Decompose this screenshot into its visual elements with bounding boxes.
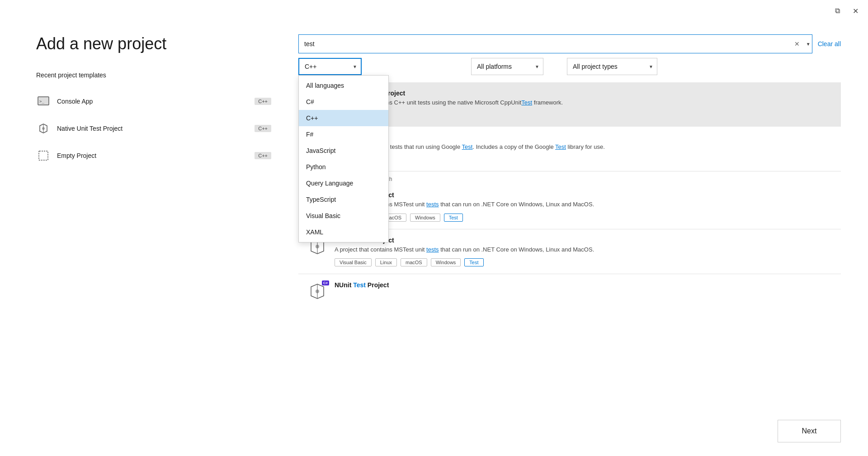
search-input[interactable]	[298, 34, 812, 53]
tag: Linux	[375, 258, 397, 266]
project-type-filter-arrow: ▼	[649, 64, 653, 69]
result-tags-2: Test	[335, 156, 832, 164]
lang-option-js[interactable]: JavaScript	[299, 142, 388, 159]
dialog: ⧉ ✕ Add a new project Recent project tem…	[0, 0, 868, 456]
lang-option-cpp[interactable]: C++	[299, 110, 388, 126]
lang-option-xaml[interactable]: XAML	[299, 224, 388, 240]
template-name: Native Unit Test Project	[57, 125, 123, 132]
close-button[interactable]: ✕	[850, 5, 861, 16]
result-desc-2: A project for creating tests that run us…	[335, 143, 832, 151]
tag: Visual Basic	[335, 258, 372, 266]
search-container: ✕ ▼	[298, 34, 812, 53]
svg-text:>_: >_	[39, 99, 44, 104]
main-content: Add a new project Recent project templat…	[0, 16, 868, 456]
svg-point-4	[42, 127, 45, 130]
template-lang-badge: C++	[255, 125, 271, 132]
recent-label: Recent project templates	[36, 71, 271, 79]
next-button[interactable]: Next	[778, 420, 841, 442]
title-bar: ⧉ ✕	[0, 0, 868, 16]
language-filter-button[interactable]: C++ ▼	[298, 58, 362, 75]
lang-option-ts[interactable]: TypeScript	[299, 191, 388, 208]
svg-point-13	[316, 245, 319, 248]
footer: Next	[298, 413, 841, 447]
template-lang-badge: C++	[255, 152, 271, 159]
language-filter: C++ ▼ All languages C# C++ F# JavaScript…	[298, 58, 362, 75]
search-clear-button[interactable]: ✕	[794, 40, 800, 48]
project-type-filter-button[interactable]: All project types ▼	[567, 58, 657, 75]
filters-row: C++ ▼ All languages C# C++ F# JavaScript…	[298, 58, 841, 75]
result-desc-mstest-vb: A project that contains MSTest unit test…	[335, 246, 832, 254]
platform-filter: All platforms ▼	[471, 58, 543, 75]
result-icon-nunit: C#	[307, 281, 327, 301]
tag: macOS	[401, 258, 427, 266]
restore-button[interactable]: ⧉	[832, 5, 843, 16]
native-test-icon	[36, 121, 51, 136]
svg-rect-5	[39, 151, 48, 160]
language-dropdown: All languages C# C++ F# JavaScript Pytho…	[298, 75, 389, 242]
list-item[interactable]: Native Unit Test Project C++	[36, 115, 271, 142]
result-tags-1: Test	[335, 111, 832, 119]
result-title-2: Google Test	[335, 134, 832, 141]
language-filter-arrow: ▼	[353, 64, 357, 69]
left-panel: Add a new project Recent project templat…	[0, 16, 298, 456]
lang-option-ql[interactable]: Query Language	[299, 175, 388, 191]
search-bar-row: ✕ ▼ Clear all	[298, 34, 841, 53]
lang-option-fs[interactable]: F#	[299, 126, 388, 142]
svg-point-15	[316, 290, 319, 293]
console-app-icon: >_	[36, 94, 51, 109]
result-title-mstest-cs: MSTest Test Project	[335, 191, 832, 199]
platform-filter-arrow: ▼	[535, 64, 539, 69]
lang-option-vb[interactable]: Visual Basic	[299, 208, 388, 224]
result-tags-mstest-vb: Visual Basic Linux macOS Windows Test	[335, 258, 832, 266]
platform-filter-button[interactable]: All platforms ▼	[471, 58, 543, 75]
tag-test: Test	[464, 258, 483, 266]
list-item[interactable]: >_ Console App C++	[36, 88, 271, 115]
lang-option-cs[interactable]: C#	[299, 94, 388, 110]
tag: Windows	[410, 214, 440, 222]
lang-option-all[interactable]: All languages	[299, 77, 388, 94]
result-title-1: Native Unit Test Project	[335, 90, 832, 97]
lang-option-py[interactable]: Python	[299, 159, 388, 175]
result-title-mstest-vb: MSTest Test Project	[335, 237, 832, 244]
lang-badge-nunit: C#	[322, 280, 329, 285]
result-tags-mstest-cs: C# Linux macOS Windows Test	[335, 214, 832, 222]
search-dropdown-button[interactable]: ▼	[806, 42, 811, 47]
tag: Windows	[431, 258, 461, 266]
project-type-filter: All project types ▼	[567, 58, 657, 75]
page-title: Add a new project	[36, 34, 271, 53]
list-item[interactable]: Empty Project C++	[36, 142, 271, 169]
right-panel: ✕ ▼ Clear all C++ ▼ All languages C#	[298, 16, 868, 456]
empty-project-icon	[36, 148, 51, 163]
result-desc-mstest-cs: A project that contains MSTest unit test…	[335, 200, 832, 209]
clear-all-button[interactable]: Clear all	[818, 40, 841, 48]
result-title-nunit: NUnit Test Project	[335, 281, 832, 289]
template-list: >_ Console App C++	[36, 88, 271, 169]
template-lang-badge: C++	[255, 98, 271, 105]
template-name: Console App	[57, 98, 93, 105]
result-desc-1: A project that contains C++ unit tests u…	[335, 99, 832, 107]
template-name: Empty Project	[57, 152, 96, 159]
tag-test: Test	[444, 214, 463, 222]
result-item-nunit[interactable]: C# NUnit Test Project	[298, 274, 841, 309]
